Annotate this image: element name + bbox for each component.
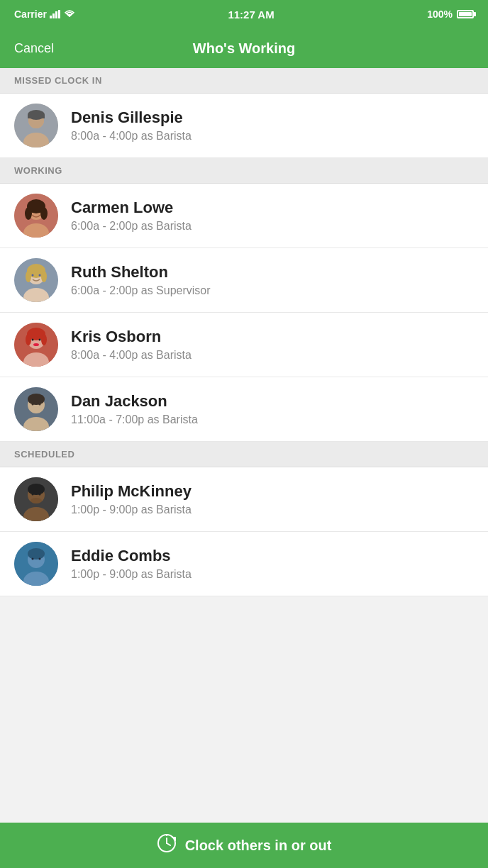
svg-point-46 [39,494,41,496]
svg-rect-3 [58,10,60,18]
person-info: Kris Osborn 8:00a - 4:00p as Barista [71,328,474,361]
status-bar-time: 11:27 AM [228,9,274,21]
svg-point-14 [25,207,32,220]
section-header-scheduled: SCHEDULED [0,442,488,467]
signal-icon [50,10,61,18]
svg-rect-9 [28,115,45,118]
svg-point-22 [26,271,31,282]
svg-point-33 [39,339,41,341]
section-header-missed: MISSED CLOCK IN [0,68,488,94]
svg-point-44 [28,484,45,495]
person-name: Ruth Shelton [71,263,474,282]
bottom-bar-content: Clock others in or out [157,833,332,857]
person-shift: 1:00p - 9:00p as Barista [71,503,474,516]
person-shift: 11:00a - 7:00p as Barista [71,413,474,426]
avatar [14,323,58,367]
clock-icon [157,833,177,857]
nav-bar: Cancel Who's Working [0,28,488,68]
svg-rect-2 [55,11,57,18]
person-shift: 8:00a - 4:00p as Barista [71,130,474,143]
svg-rect-1 [52,13,55,18]
svg-point-30 [26,334,31,345]
person-info: Carmen Lowe 6:00a - 2:00p as Barista [71,199,474,232]
person-info: Dan Jackson 11:00a - 7:00p as Barista [71,392,474,425]
svg-point-25 [39,274,41,277]
list-item[interactable]: Eddie Combs 1:00p - 9:00p as Barista [0,532,488,596]
person-name: Dan Jackson [71,392,474,411]
svg-point-51 [28,548,45,560]
avatar [14,387,58,431]
page-title: Who's Working [71,40,417,57]
bottom-bar-label: Clock others in or out [185,838,332,854]
svg-point-32 [32,339,34,341]
person-name: Eddie Combs [71,547,474,565]
avatar [14,258,58,302]
avatar [14,477,58,521]
svg-rect-0 [50,16,52,18]
status-bar-right: 100% [427,9,474,20]
list-item[interactable]: Denis Gillespie 8:00a - 4:00p as Barista [0,94,488,158]
svg-line-56 [167,843,170,845]
svg-point-45 [32,494,34,496]
person-shift: 6:00a - 2:00p as Barista [71,220,474,233]
svg-point-34 [33,343,39,346]
svg-point-40 [39,404,41,406]
person-name: Denis Gillespie [71,108,474,127]
svg-point-17 [39,211,41,213]
status-bar-left: Carrier [14,9,75,20]
list-item[interactable]: Carmen Lowe 6:00a - 2:00p as Barista [0,184,488,248]
list-item[interactable]: Dan Jackson 11:00a - 7:00p as Barista [0,377,488,442]
svg-point-16 [32,211,34,213]
carrier-label: Carrier [14,9,47,20]
avatar [14,542,58,586]
content-area: MISSED CLOCK IN Denis Gillespie 8:00a - … [0,68,488,642]
person-info: Eddie Combs 1:00p - 9:00p as Barista [71,547,474,580]
svg-point-47 [30,498,42,503]
battery-icon [457,10,474,18]
avatar [14,104,58,148]
battery-percent: 100% [427,9,453,20]
svg-point-23 [41,271,47,282]
person-name: Philip McKinney [71,482,474,501]
person-info: Denis Gillespie 8:00a - 4:00p as Barista [71,108,474,142]
svg-point-52 [32,558,34,560]
wifi-icon [64,10,75,18]
svg-point-39 [32,404,34,406]
person-name: Kris Osborn [71,328,474,346]
person-shift: 8:00a - 4:00p as Barista [71,349,474,362]
svg-point-38 [28,394,45,405]
cancel-button[interactable]: Cancel [14,41,71,56]
person-shift: 6:00a - 2:00p as Supervisor [71,284,474,297]
svg-point-53 [39,558,41,560]
person-name: Carmen Lowe [71,199,474,217]
status-bar: Carrier 11:27 AM 100% [0,0,488,28]
avatar [14,194,58,238]
list-item[interactable]: Philip McKinney 1:00p - 9:00p as Barista [0,467,488,532]
section-header-working: WORKING [0,158,488,184]
svg-point-15 [40,207,48,220]
svg-point-24 [32,274,34,277]
list-item[interactable]: Ruth Shelton 6:00a - 2:00p as Supervisor [0,248,488,313]
list-item[interactable]: Kris Osborn 8:00a - 4:00p as Barista [0,313,488,377]
person-info: Ruth Shelton 6:00a - 2:00p as Supervisor [71,263,474,296]
clock-others-button[interactable]: Clock others in or out [0,823,488,868]
person-shift: 1:00p - 9:00p as Barista [71,568,474,581]
svg-point-31 [41,334,47,345]
person-info: Philip McKinney 1:00p - 9:00p as Barista [71,482,474,516]
